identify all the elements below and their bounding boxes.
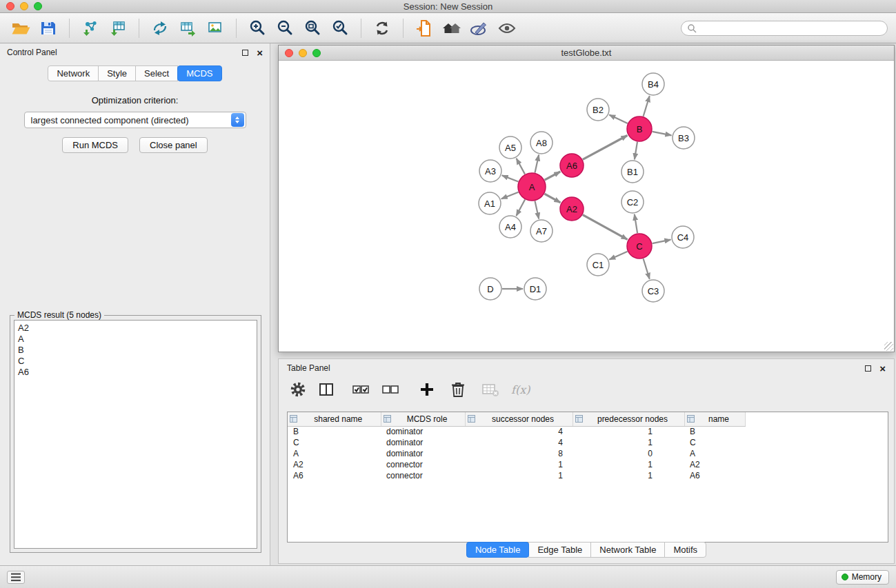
edge-B-B3[interactable] [653, 132, 672, 136]
tab-motifs[interactable]: Motifs [664, 542, 706, 558]
node-A6[interactable]: A6 [560, 154, 584, 177]
edge-B-B1[interactable] [635, 142, 637, 159]
tab-mcds[interactable]: MCDS [177, 65, 221, 81]
cell-mcds-role[interactable]: dominator [381, 437, 465, 448]
close-panel-button[interactable]: × [257, 48, 263, 58]
close-panel-button-secondary[interactable]: Close panel [139, 137, 208, 153]
cell-mcds-role[interactable]: connector [381, 459, 465, 470]
edge-C-C2[interactable] [635, 214, 637, 233]
edge-A-A5[interactable] [517, 159, 525, 174]
cell-name[interactable]: C [684, 437, 745, 448]
column-header-successor-nodes[interactable]: successor nodes [465, 412, 573, 426]
deselect-all-columns-button[interactable] [381, 381, 399, 398]
node-B4[interactable]: B4 [642, 73, 664, 95]
node-A2[interactable]: A2 [560, 197, 584, 221]
float-table-panel-button[interactable] [865, 365, 871, 372]
network-window-titlebar[interactable]: testGlobe.txt [279, 45, 894, 61]
node-B1[interactable]: B1 [621, 161, 644, 183]
mcds-result-item[interactable]: B [18, 345, 253, 356]
column-header-name[interactable]: name [684, 412, 745, 426]
mcds-result-item[interactable]: A2 [18, 323, 253, 334]
cell-name[interactable]: B [684, 426, 745, 437]
delete-column-button[interactable] [450, 381, 466, 398]
mcds-result-item[interactable]: A6 [18, 367, 253, 378]
node-A4[interactable]: A4 [499, 216, 521, 238]
network-minimize-button[interactable] [299, 49, 307, 57]
table-row[interactable]: A6connector11A6 [288, 470, 745, 481]
show-columns-button[interactable] [318, 381, 335, 398]
mcds-result-item[interactable]: A [18, 334, 253, 345]
table-row[interactable]: A2connector11A2 [288, 459, 745, 470]
cell-mcds-role[interactable]: connector [381, 470, 465, 481]
resize-handle[interactable] [884, 342, 893, 351]
cell-successor-nodes[interactable]: 1 [465, 459, 573, 470]
tab-style[interactable]: Style [98, 65, 136, 81]
node-A7[interactable]: A7 [530, 220, 552, 242]
node-D[interactable]: D [479, 278, 501, 300]
edge-B-B4[interactable] [644, 96, 650, 116]
table-row[interactable]: Adominator80A [288, 448, 745, 459]
mcds-result-item[interactable]: C [18, 356, 253, 367]
style-button[interactable] [467, 17, 492, 40]
export-document-button[interactable] [412, 17, 437, 40]
optimization-criterion-dropdown[interactable]: largest connected component (directed) [24, 112, 246, 128]
task-history-button[interactable] [7, 571, 25, 584]
column-header-predecessor-nodes[interactable]: predecessor nodes [573, 412, 684, 426]
edge-C-C3[interactable] [644, 258, 650, 279]
float-panel-button[interactable] [242, 50, 248, 56]
cell-shared-name[interactable]: C [288, 437, 381, 448]
cell-successor-nodes[interactable]: 1 [465, 470, 573, 481]
cell-name[interactable]: A6 [684, 470, 745, 481]
import-table-from-file-button[interactable] [106, 17, 130, 40]
table-row[interactable]: Cdominator41C [288, 437, 745, 448]
edge-A2-C[interactable] [583, 215, 628, 240]
cell-predecessor-nodes[interactable]: 1 [573, 426, 684, 437]
import-network-from-file-button[interactable] [78, 17, 103, 40]
edge-B-B2[interactable] [609, 115, 628, 123]
close-table-panel-button[interactable]: × [879, 363, 886, 374]
cell-predecessor-nodes[interactable]: 1 [573, 437, 684, 448]
tab-edge-table[interactable]: Edge Table [528, 542, 591, 558]
node-B2[interactable]: B2 [587, 99, 609, 121]
tab-select[interactable]: Select [135, 65, 178, 81]
node-B[interactable]: B [627, 116, 652, 141]
edge-C-C1[interactable] [609, 252, 627, 260]
cell-name[interactable]: A2 [684, 459, 745, 470]
edge-A-A2[interactable] [544, 194, 560, 203]
home-button[interactable] [439, 17, 464, 40]
network-zoom-button[interactable] [312, 49, 321, 57]
node-C3[interactable]: C3 [642, 280, 664, 302]
new-network-button[interactable] [148, 17, 172, 40]
node-A3[interactable]: A3 [479, 160, 501, 182]
node-C2[interactable]: C2 [621, 191, 644, 213]
edge-A-A1[interactable] [501, 192, 519, 199]
memory-button[interactable]: Memory [836, 570, 889, 585]
create-column-button[interactable] [419, 382, 435, 397]
node-C[interactable]: C [627, 234, 652, 258]
edge-A-A4[interactable] [517, 200, 526, 216]
table-settings-button[interactable] [290, 381, 306, 398]
cell-shared-name[interactable]: A [288, 448, 381, 459]
cell-successor-nodes[interactable]: 4 [465, 426, 573, 437]
node-D1[interactable]: D1 [524, 278, 546, 300]
edge-A-A6[interactable] [545, 172, 561, 180]
run-mcds-button[interactable]: Run MCDS [62, 137, 128, 153]
tab-node-table[interactable]: Node Table [466, 542, 530, 558]
zoom-fit-button[interactable] [300, 17, 325, 40]
network-close-button[interactable] [285, 49, 293, 57]
cell-mcds-role[interactable]: dominator [381, 448, 465, 459]
open-session-button[interactable] [8, 17, 33, 40]
close-window-button[interactable] [6, 2, 14, 10]
node-A[interactable]: A [518, 173, 546, 201]
mcds-result-list[interactable]: A2ABCA6 [14, 320, 257, 549]
node-A1[interactable]: A1 [479, 192, 501, 214]
cell-name[interactable]: A [684, 448, 745, 459]
node-C4[interactable]: C4 [672, 226, 694, 248]
dropdown-stepper-icon[interactable] [231, 113, 244, 127]
tab-network-table[interactable]: Network Table [590, 542, 665, 558]
cell-successor-nodes[interactable]: 4 [465, 437, 573, 448]
save-session-button[interactable] [36, 17, 61, 40]
cell-predecessor-nodes[interactable]: 1 [573, 459, 684, 470]
cell-predecessor-nodes[interactable]: 1 [573, 470, 684, 481]
cell-mcds-role[interactable]: dominator [381, 426, 465, 437]
